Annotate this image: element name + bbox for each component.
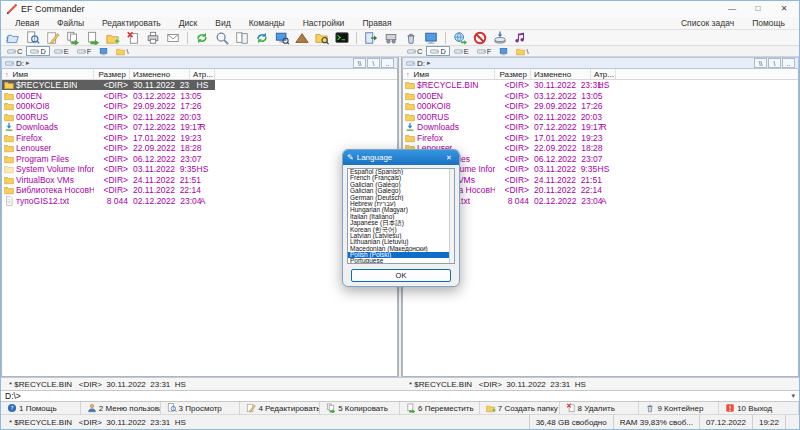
column-header[interactable]: Размер <box>495 69 531 79</box>
file-row[interactable]: 000EN<DIR>03.12.2022 13:05 <box>2 91 397 102</box>
file-row[interactable]: Downloads<DIR>07.12.2022 19:17R <box>403 122 798 133</box>
drive-button-E[interactable]: E <box>50 46 73 56</box>
maximize-button[interactable]: □ <box>745 1 771 17</box>
desktop-icon[interactable] <box>421 30 441 45</box>
fnkey-1-button[interactable]: ?1 Помощь <box>1 402 81 414</box>
quick-open-icon[interactable] <box>3 30 23 45</box>
nav-button[interactable]: \\ <box>754 58 767 68</box>
minimize-button[interactable]: — <box>719 1 745 17</box>
menu-item[interactable]: Вид <box>215 18 230 28</box>
devices-icon[interactable] <box>381 30 401 45</box>
print-icon[interactable] <box>143 30 163 45</box>
compare-icon[interactable] <box>232 30 252 45</box>
recycle-bin-icon[interactable] <box>401 30 421 45</box>
ok-button[interactable]: OK <box>351 269 451 282</box>
drive-button-F[interactable]: F <box>73 46 96 56</box>
file-row[interactable]: Lenouser<DIR>22.09.2022 18:28 <box>403 143 798 154</box>
copy-icon[interactable] <box>63 30 83 45</box>
menu-item[interactable]: Помощь <box>752 18 785 28</box>
network-icon[interactable] <box>450 30 470 45</box>
pyramid-icon[interactable] <box>292 30 312 45</box>
nav-button[interactable]: \ <box>768 58 781 68</box>
column-header[interactable]: ↑Имя <box>2 69 94 79</box>
file-row[interactable]: 000EN<DIR>03.12.2022 13:05 <box>403 91 798 102</box>
file-row[interactable]: 000KOI8<DIR>29.09.2022 17:26 <box>403 101 798 112</box>
menu-item[interactable]: Команды <box>249 18 285 28</box>
file-row[interactable]: Downloads<DIR>07.12.2022 19:17R <box>2 122 397 133</box>
drive-button-F[interactable]: F <box>473 46 496 56</box>
nav-button[interactable]: .. <box>782 58 795 68</box>
fnkey-7-button[interactable]: 7 Создать папку <box>480 402 560 414</box>
file-row[interactable]: 000RUS<DIR>02.11.2022 20:03 <box>403 112 798 123</box>
language-option[interactable]: Portuguese <box>348 258 449 263</box>
drive-button-C[interactable]: C <box>403 46 426 56</box>
fnkey-4-button[interactable]: 4 Редактировать <box>240 402 320 414</box>
drive-button-root[interactable]: \ <box>112 46 132 56</box>
column-header[interactable]: ↑Имя <box>403 69 495 79</box>
move-icon[interactable] <box>83 30 103 45</box>
refresh-icon[interactable] <box>192 30 212 45</box>
fnkey-3-button[interactable]: 3 Просмотр <box>161 402 241 414</box>
left-path-bar[interactable]: D: ▸ \\\.. <box>1 57 398 69</box>
column-header[interactable]: Изменено <box>531 69 591 79</box>
fnkey-8-button[interactable]: 8 Удалить <box>560 402 640 414</box>
column-header[interactable]: Атр... <box>190 69 215 79</box>
terminal-icon[interactable] <box>332 30 352 45</box>
drive-button-C[interactable]: C <box>3 46 26 56</box>
fnkey-6-button[interactable]: 6 Переместить <box>400 402 480 414</box>
exit-panel-icon[interactable] <box>361 30 381 45</box>
file-row[interactable]: Firefox<DIR>17.01.2022 19:23 <box>403 133 798 144</box>
fnkey-10-button[interactable]: 10 Выход <box>719 402 799 414</box>
file-row[interactable]: Firefox<DIR>17.01.2022 19:23 <box>2 133 397 144</box>
right-path-bar[interactable]: D: ▸ \\\.. <box>402 57 799 69</box>
file-row[interactable]: 000KOI8<DIR>29.09.2022 17:26 <box>2 101 397 112</box>
search-icon[interactable] <box>212 30 232 45</box>
media-icon[interactable] <box>510 30 530 45</box>
file-row[interactable]: $RECYCLE.BIN<DIR>30.11.2022 23:31HS <box>2 80 397 91</box>
folder-search-icon[interactable] <box>312 30 332 45</box>
file-row[interactable]: 000RUS<DIR>02.11.2022 20:03 <box>2 112 397 123</box>
file-row[interactable]: тупоGIS12.txt8 04402.12.2022 23:04A <box>403 196 798 207</box>
desktop-button[interactable] <box>95 46 112 56</box>
file-row[interactable]: System Volume Information<DIR>03.11.2022… <box>2 164 397 175</box>
file-row[interactable]: System Volume Information<DIR>03.11.2022… <box>403 164 798 175</box>
nav-button[interactable]: \\ <box>353 58 366 68</box>
column-header[interactable]: Размер <box>94 69 130 79</box>
file-row[interactable]: $RECYCLE.BIN<DIR>30.11.2022 23:31HS <box>403 80 798 91</box>
file-row[interactable]: тупоGIS12.txt8 04402.12.2022 23:04A <box>2 196 397 207</box>
menu-item[interactable]: Левая <box>15 18 39 28</box>
menu-item[interactable]: Диск <box>179 18 197 28</box>
close-button[interactable]: ✕ <box>771 1 797 17</box>
file-row[interactable]: Библиотека НосовНезнайка<DIR>20.11.2022 … <box>2 185 397 196</box>
fnkey-5-button[interactable]: 5 Копировать <box>320 402 400 414</box>
command-line-input[interactable]: D:\> ▾ <box>1 390 799 402</box>
drive-button-root[interactable]: \ <box>512 46 532 56</box>
drive-button-D[interactable]: D <box>426 46 449 56</box>
menu-item[interactable]: Настройки <box>303 18 345 28</box>
dialog-close-icon[interactable]: ✕ <box>443 154 455 162</box>
fnkey-2-button[interactable]: 2 Меню пользователя <box>81 402 161 414</box>
column-header[interactable]: Атр... <box>591 69 616 79</box>
file-row[interactable]: Библиотека НосовНезнайка<DIR>20.11.2022 … <box>403 185 798 196</box>
new-folder-icon[interactable] <box>103 30 123 45</box>
nav-button[interactable]: .. <box>381 58 394 68</box>
fnkey-9-button[interactable]: 9 Контейнер <box>639 402 719 414</box>
monitor-search-icon[interactable] <box>272 30 292 45</box>
delete-icon[interactable] <box>123 30 143 45</box>
dialog-list-scrollbar[interactable] <box>449 169 454 263</box>
menu-item[interactable]: Файлы <box>57 18 84 28</box>
mount-icon[interactable] <box>490 30 510 45</box>
edit-icon[interactable] <box>43 30 63 45</box>
disconnect-icon[interactable] <box>470 30 490 45</box>
drive-button-E[interactable]: E <box>450 46 473 56</box>
file-row[interactable]: Program Files<DIR>06.12.2022 23:07 <box>403 154 798 165</box>
sync-icon[interactable] <box>252 30 272 45</box>
mail-icon[interactable] <box>163 30 183 45</box>
file-row[interactable]: VirtualBox VMs<DIR>24.11.2022 21:51 <box>2 175 397 186</box>
menu-item[interactable]: Правая <box>362 18 391 28</box>
nav-button[interactable]: \ <box>367 58 380 68</box>
column-header[interactable]: Изменено <box>130 69 190 79</box>
file-row[interactable]: Program Files<DIR>06.12.2022 23:07 <box>2 154 397 165</box>
menu-item[interactable]: Редактировать <box>102 18 161 28</box>
desktop-button[interactable] <box>495 46 512 56</box>
